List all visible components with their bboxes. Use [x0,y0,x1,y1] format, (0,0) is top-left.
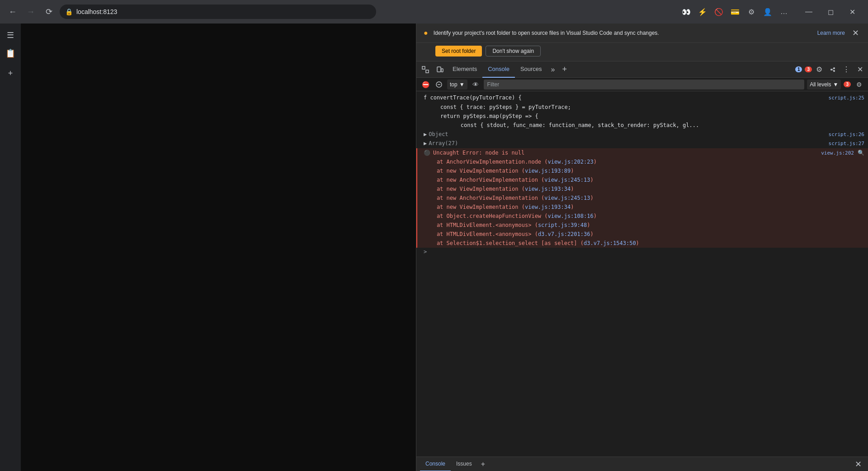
more-tabs-button[interactable]: » [547,61,559,78]
bottom-tab-issues[interactable]: Issues [451,457,477,471]
browser-toolbar: ← → ⟳ 🔒 localhost:8123 👀 ⚡ 🚫 💳 ⚙ 👤 … — ◻… [0,0,868,24]
console-line: const { trace: pySteps } = pyTutorTrace; [416,103,868,112]
expand-icon[interactable]: ▶ [424,139,427,147]
learn-more-link[interactable]: Learn more [817,30,845,36]
expand-icon[interactable]: ▶ [424,130,427,138]
info-banner: ● Identify your project's root folder to… [416,24,868,43]
script-link-27[interactable]: script.js:27 [829,140,864,148]
bottom-tab-console[interactable]: Console [420,457,451,471]
sidebar: ☰ 📋 + [0,24,21,471]
back-button[interactable]: ← [5,5,20,19]
sidebar-tab-button[interactable]: ☰ [2,27,19,43]
console-error-stack-7: at Object.createHeapFunctionView (view.j… [416,212,868,221]
add-tab-button[interactable]: + [559,61,571,78]
console-error-stack-1: at AnchorViewImplementation.node (view.j… [416,157,868,166]
stack-link-8[interactable]: script.js:39:48 [538,222,587,228]
stack-link-6[interactable]: view.js:193:34 [525,204,571,210]
extensions-icon[interactable]: ⚡ [695,5,710,19]
console-prompt[interactable]: > [416,248,868,256]
console-line: f convertTrace(pyTutorTrace) { script.js… [416,93,868,103]
filter-toggle-button[interactable] [434,79,444,90]
console-error-stack-4: at new ViewImplementation (view.js:193:3… [416,184,868,193]
devtools-bottom-tabs: Console Issues + ✕ [416,457,868,471]
error-count-badge[interactable]: 3 [844,81,851,87]
main-content [21,24,416,471]
forward-button[interactable]: → [24,5,38,19]
devtools-sources-button[interactable] [826,63,839,76]
devtools-tabs-bar: Elements Console Sources » + 1 3 ⚙ ⋮ ✕ [416,61,868,78]
sidebar-reading-button[interactable]: 📋 [2,45,19,61]
tab-console[interactable]: Console [482,61,515,78]
profile-icon[interactable]: 👀 [679,5,693,19]
url-text: localhost:8123 [76,8,117,15]
reload-button[interactable]: ⟳ [42,5,56,19]
console-line: return pySteps.map(pyStep => { [416,112,868,121]
svg-rect-0 [422,66,425,69]
console-error-stack-5: at new AnchorViewImplementation (view.js… [416,193,868,203]
close-button[interactable]: ✕ [842,5,863,19]
window-controls: — ◻ ✕ [798,5,863,19]
eye-icon-button[interactable]: 👁 [470,79,481,90]
svg-point-5 [833,67,835,69]
lock-icon: 🔒 [65,8,73,15]
console-line-object: ▶ Object script.js:26 [416,130,868,139]
stack-link-2[interactable]: view.js:193:89 [525,168,571,174]
tab-sources[interactable]: Sources [515,61,547,78]
console-line-array: ▶ Array(27) script.js:27 [416,139,868,148]
svg-point-6 [833,70,835,72]
info-banner-text: Identify your project's root folder to o… [434,29,812,37]
stack-link-1[interactable]: view.js:202:23 [548,159,594,165]
more-tools-icon[interactable]: … [777,5,791,19]
settings-icon[interactable]: ⚙ [744,5,759,19]
error-icon: ⚫ [424,149,430,157]
address-bar[interactable]: 🔒 localhost:8123 [60,5,376,19]
stack-link-7[interactable]: view.js:108:16 [548,213,594,219]
device-toolbar-icon[interactable] [433,62,447,77]
add-bottom-tab-button[interactable]: + [477,457,489,471]
adblock-icon[interactable]: 🚫 [712,5,726,19]
console-error-stack-9: at HTMLDivElement.<anonymous> (d3.v7.js:… [416,230,868,239]
devtools-more-button[interactable]: ⋮ [840,63,853,76]
svg-rect-1 [426,70,429,73]
dont-show-again-button[interactable]: Don't show again [486,46,541,57]
close-bottom-panel-button[interactable]: ✕ [852,458,864,471]
script-link-26[interactable]: script.js:26 [829,131,864,139]
devtools-settings-button[interactable]: ⚙ [813,63,826,76]
search-error-icon[interactable]: 🔍 [858,149,864,157]
stack-link-5[interactable]: view.js:245:13 [544,195,590,201]
console-toolbar: ⛔ top ▼ 👁 All levels ▼ 3 ⚙ [416,78,868,91]
tab-elements[interactable]: Elements [447,61,482,78]
stack-link-9[interactable]: d3.v7.js:2201:36 [538,231,590,237]
console-error-line: ⚫ Uncaught Error: node is null view.js:2… [416,148,868,158]
console-error-stack-10: at Selection$1.selection_select [as sele… [416,239,868,248]
log-level-selector[interactable]: All levels ▼ [807,80,841,89]
info-icon: ● [424,29,428,37]
console-error-stack-8: at HTMLDivElement.<anonymous> (script.js… [416,221,868,230]
browser-actions: 👀 ⚡ 🚫 💳 ⚙ 👤 … [679,5,791,19]
sidebar-add-button[interactable]: + [2,65,19,81]
console-settings-button[interactable]: ⚙ [854,79,864,90]
set-root-folder-button[interactable]: Set root folder [435,46,482,57]
console-output[interactable]: f convertTrace(pyTutorTrace) { script.js… [416,91,868,457]
stack-link-3[interactable]: view.js:245:13 [544,177,590,183]
view-link-202[interactable]: view.js:202 [821,150,854,157]
maximize-button[interactable]: ◻ [820,5,841,19]
red-badge: 3 [805,66,812,72]
clear-console-button[interactable]: ⛔ [420,79,431,90]
user-icon[interactable]: 👤 [760,5,775,19]
close-banner-button[interactable]: ✕ [850,28,861,38]
wallet-icon[interactable]: 💳 [728,5,742,19]
stack-link-4[interactable]: view.js:193:34 [525,186,571,192]
devtools-close-button[interactable]: ✕ [854,63,866,76]
context-selector[interactable]: top ▼ [447,80,467,89]
minimize-button[interactable]: — [798,5,819,19]
filter-input[interactable] [484,80,805,89]
inspect-element-icon[interactable] [418,62,433,77]
console-error-stack-3: at new AnchorViewImplementation (view.js… [416,175,868,184]
console-error-stack-6: at new ViewImplementation (view.js:193:3… [416,203,868,212]
console-line: const { stdout, func_name: function_name… [416,121,868,130]
stack-link-10[interactable]: d3.v7.js:1543:50 [584,240,636,246]
script-link-25[interactable]: script.js:25 [829,94,864,102]
svg-rect-2 [437,67,441,72]
banner-buttons: Set root folder Don't show again [416,43,868,61]
